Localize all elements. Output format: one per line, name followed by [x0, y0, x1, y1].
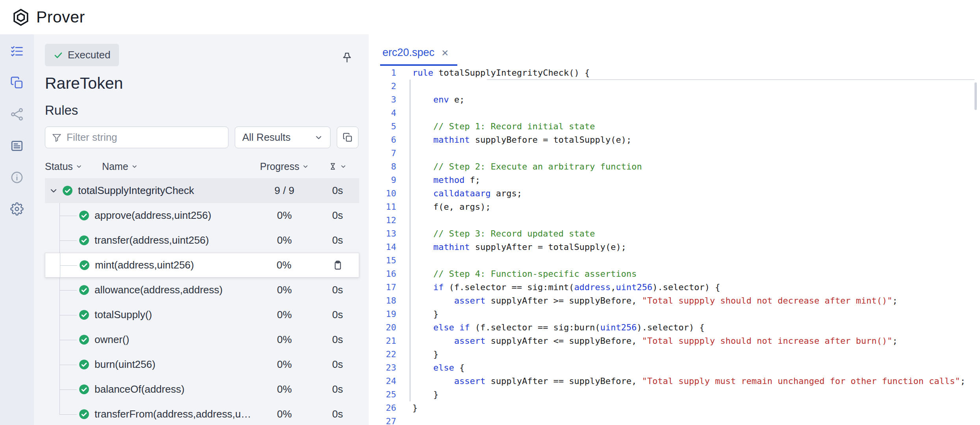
rule-name: owner() — [95, 334, 253, 346]
code-line: 6 mathint supplyBefore = totalSupply(e); — [369, 133, 980, 147]
line-number: 5 — [369, 120, 396, 133]
tab-erc20-spec[interactable]: erc20.spec × — [380, 47, 457, 66]
spec-editor: erc20.spec × 1rule totalSupplyIntegrityC… — [369, 34, 980, 425]
rule-time: 0s — [316, 309, 359, 321]
line-number: 15 — [369, 254, 396, 267]
sort-time[interactable] — [316, 162, 359, 171]
line-number: 25 — [369, 388, 396, 401]
chevron-down-icon — [302, 163, 309, 170]
code-line: 1rule totalSupplyIntegrityCheck() { — [369, 66, 980, 80]
rule-name: totalSupplyIntegrityCheck — [78, 185, 253, 197]
code-text: } — [396, 348, 438, 361]
code-line: 4 — [369, 106, 980, 120]
check-icon — [54, 50, 63, 60]
code-text: } — [396, 401, 418, 415]
code-line: 20 else if (f.selector == sig:burn(uint2… — [369, 321, 980, 334]
success-check-icon — [79, 409, 89, 419]
code-text: mathint supplyBefore = totalSupply(e); — [396, 133, 631, 147]
status-header-label: Status — [45, 161, 73, 172]
nav-rail — [0, 34, 34, 425]
line-number: 13 — [369, 227, 396, 240]
docs-icon[interactable] — [10, 139, 24, 153]
rule-row-allowance-address-address[interactable]: allowance(address,address)0%0s — [45, 278, 359, 302]
rule-row-approve-address-uint256[interactable]: approve(address,uint256)0%0s — [45, 203, 359, 228]
rule-row-balanceof-address[interactable]: balanceOf(address)0%0s — [45, 377, 359, 402]
rule-row-parent[interactable]: totalSupplyIntegrityCheck 9 / 9 0s — [45, 178, 359, 203]
settings-gear-icon[interactable] — [10, 202, 24, 216]
copy-icon — [343, 132, 353, 143]
filter-input-box[interactable] — [45, 127, 228, 148]
pin-icon[interactable] — [341, 52, 353, 63]
rule-time: 0s — [316, 383, 359, 395]
line-number: 24 — [369, 375, 396, 388]
line-number: 1 — [369, 66, 396, 80]
code-line: 11 f(e, args); — [369, 200, 980, 214]
code-text: if (f.selector == sig:mint(address,uint2… — [396, 281, 720, 294]
code-text: } — [396, 388, 438, 401]
rule-progress: 0% — [253, 234, 316, 246]
info-icon[interactable] — [10, 171, 24, 184]
job-title: RareToken — [45, 74, 359, 93]
rules-table-header: Status Name Progress — [45, 159, 359, 173]
code-line: 18 assert supplyAfter >= supplyBefore, "… — [369, 294, 980, 308]
code-line: 10 calldataarg args; — [369, 187, 980, 200]
code-text: env e; — [396, 93, 464, 106]
close-icon[interactable]: × — [442, 47, 449, 59]
rule-row-transferfrom-address-address-uint2[interactable]: transferFrom(address,address,uint2…0%0s — [45, 402, 359, 425]
app-title: Prover — [36, 8, 85, 26]
rule-time: 0s — [316, 358, 359, 371]
code-line: 25 } — [369, 388, 980, 401]
sort-status[interactable]: Status — [45, 161, 82, 172]
call-graph-icon[interactable] — [10, 108, 24, 121]
line-number: 16 — [369, 267, 396, 281]
status-badge-label: Executed — [68, 49, 110, 61]
chevron-down-icon — [340, 163, 347, 170]
rule-row-totalsupply[interactable]: totalSupply()0%0s — [45, 302, 359, 327]
expand-chevron-icon[interactable] — [49, 186, 58, 196]
results-filter-dropdown[interactable]: All Results — [235, 127, 330, 148]
code-text: assert supplyAfter == supplyBefore, "Tot… — [396, 375, 965, 388]
rule-progress: 0% — [253, 334, 316, 346]
rule-name: totalSupply() — [95, 309, 253, 321]
rules-checklist-icon[interactable] — [10, 45, 24, 58]
success-check-icon — [79, 285, 89, 295]
code-text: calldataarg args; — [396, 187, 522, 200]
copy-rule-icon[interactable] — [316, 260, 359, 270]
sort-name[interactable]: Name — [102, 161, 138, 172]
code-text — [396, 214, 412, 227]
code-text: // Step 3: Record updated state — [396, 227, 595, 240]
success-check-icon — [79, 334, 89, 345]
rule-time: 0s — [316, 408, 359, 420]
rule-progress: 0% — [253, 358, 316, 371]
editor-tabbar: erc20.spec × — [369, 34, 980, 66]
code-viewport: 1rule totalSupplyIntegrityCheck() {23 en… — [369, 66, 980, 425]
chevron-down-icon — [76, 163, 82, 170]
filter-input[interactable] — [67, 131, 222, 144]
rule-row-mint-address-uint256[interactable]: mint(address,uint256)0% — [45, 253, 359, 278]
duplicate-panel-button[interactable] — [337, 127, 358, 148]
success-check-icon — [79, 260, 90, 270]
code-line: 12 — [369, 214, 980, 227]
line-number: 21 — [369, 334, 396, 348]
rule-row-transfer-address-uint256[interactable]: transfer(address,uint256)0%0s — [45, 228, 359, 253]
rules-panel: Executed RareToken Rules All Results — [34, 34, 369, 425]
code-text: else { — [396, 361, 464, 375]
rules-section-title: Rules — [45, 103, 359, 118]
code-text: f(e, args); — [396, 200, 491, 214]
tab-label: erc20.spec — [382, 47, 434, 59]
sort-progress[interactable]: Progress — [253, 161, 316, 172]
files-copy-icon[interactable] — [10, 76, 24, 89]
rule-row-owner[interactable]: owner()0%0s — [45, 327, 359, 352]
code-text: // Step 1: Record initial state — [396, 120, 595, 133]
rule-name: balanceOf(address) — [95, 383, 253, 395]
rule-name: mint(address,uint256) — [95, 259, 252, 271]
rule-name: burn(uint256) — [95, 358, 253, 371]
results-filter-value: All Results — [242, 131, 291, 144]
rule-row-burn-uint256[interactable]: burn(uint256)0%0s — [45, 352, 359, 377]
code-text: // Step 4: Function-specific assertions — [396, 267, 637, 281]
rules-controls: All Results — [45, 127, 359, 148]
line-number: 10 — [369, 187, 396, 200]
success-check-icon — [62, 185, 73, 196]
code-text — [396, 147, 412, 160]
line-number: 19 — [369, 308, 396, 321]
